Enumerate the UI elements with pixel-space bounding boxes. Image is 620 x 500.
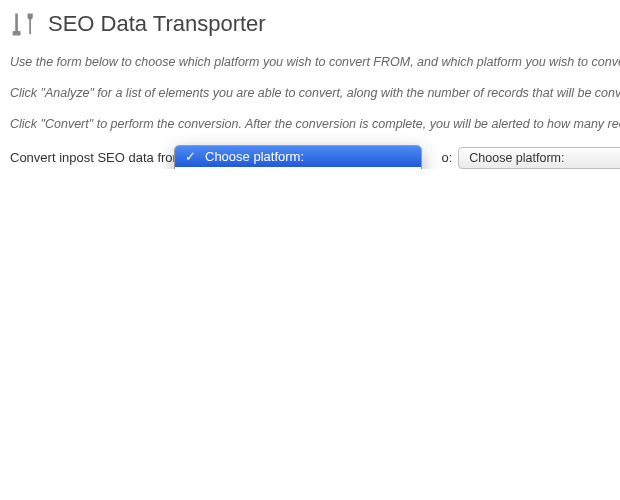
page-title: SEO Data Transporter [48, 11, 266, 37]
tools-icon [10, 10, 38, 38]
convert-form-row: Convert inpost SEO data from Choose plat… [10, 147, 620, 169]
to-platform-select-value: Choose platform: [469, 151, 564, 165]
to-platform-select-wrap: Choose platform: [458, 147, 620, 169]
intro-text: Use the form below to choose which platf… [10, 54, 620, 133]
dropdown-group-themes: Themes [175, 167, 421, 168]
svg-rect-0 [15, 14, 18, 32]
page-header: SEO Data Transporter [10, 10, 620, 38]
dropdown-option-placeholder[interactable]: Choose platform: [175, 146, 421, 168]
svg-rect-1 [13, 31, 21, 35]
intro-line-3: Click "Convert" to perform the conversio… [10, 116, 620, 133]
to-platform-select[interactable]: Choose platform: [458, 147, 620, 169]
from-platform-dropdown[interactable]: Choose platform: Themes Builder Catalyst… [174, 145, 422, 169]
to-label: o: [441, 150, 452, 165]
intro-line-2: Click "Analyze" for a list of elements y… [10, 85, 620, 102]
convert-prefix-label: Convert inpost SEO data from [10, 150, 183, 165]
intro-line-1: Use the form below to choose which platf… [10, 54, 620, 71]
